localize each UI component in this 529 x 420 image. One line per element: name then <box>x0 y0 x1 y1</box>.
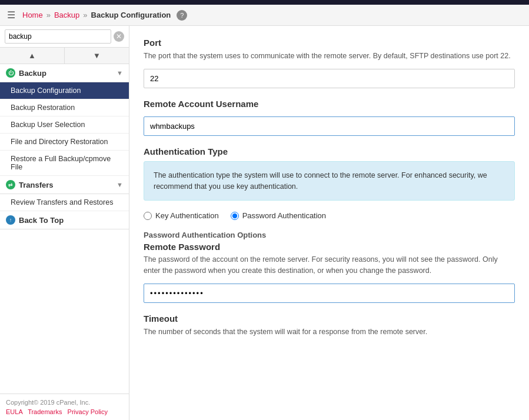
password-auth-radio[interactable] <box>231 212 239 220</box>
port-description: The port that the system uses to communi… <box>144 51 515 62</box>
copyright-text: Copyright© 2019 cPanel, Inc. <box>6 399 123 406</box>
content-area: Port The port that the system uses to co… <box>129 26 529 420</box>
timeout-desc: The number of seconds that the system wi… <box>144 326 515 338</box>
backup-section-label: Backup <box>19 69 114 78</box>
clear-search-button[interactable]: ✕ <box>114 31 124 42</box>
remote-username-input[interactable] <box>144 116 515 136</box>
nav-down-button[interactable]: ▼ <box>65 48 129 64</box>
port-section: Port The port that the system uses to co… <box>144 38 515 99</box>
back-to-top-icon: ↑ <box>6 215 15 225</box>
trademarks-link[interactable]: Trademarks <box>28 408 62 415</box>
breadcrumb-current: Backup Configuration <box>91 11 171 19</box>
timeout-title: Timeout <box>144 314 515 324</box>
breadcrumb-sep2: » <box>83 11 87 19</box>
port-input[interactable] <box>144 69 515 88</box>
breadcrumb-bar: ☰ Home » Backup » Backup Configuration ? <box>0 5 529 26</box>
eula-link[interactable]: EULA <box>6 408 22 415</box>
sidebar-item-backup-user-selection[interactable]: Backup User Selection <box>0 116 129 134</box>
search-input[interactable] <box>5 29 111 44</box>
transfers-section-label: Transfers <box>19 181 114 189</box>
sidebar-item-file-directory-restoration[interactable]: File and Directory Restoration <box>0 134 129 151</box>
sidebar: ✕ ▲ ▼ ⏻ Backup ▼ Backup Configuration Ba… <box>0 26 129 420</box>
remote-username-section: Remote Account Username <box>144 99 515 146</box>
auth-type-section: Authentication Type The authentication t… <box>144 146 515 221</box>
sidebar-item-review-transfers[interactable]: Review Transfers and Restores <box>0 194 129 211</box>
breadcrumb-home[interactable]: Home <box>22 11 43 19</box>
nav-up-button[interactable]: ▲ <box>0 48 65 64</box>
sidebar-item-backup-restoration[interactable]: Backup Restoration <box>0 99 129 116</box>
remote-username-title: Remote Account Username <box>144 99 515 109</box>
timeout-section: Timeout The number of seconds that the s… <box>144 314 515 338</box>
remote-password-title: Remote Password <box>144 242 515 252</box>
sidebar-back-to-top[interactable]: ↑ Back To Top <box>0 211 129 229</box>
help-icon[interactable]: ? <box>177 10 187 21</box>
port-title: Port <box>144 38 515 48</box>
transfers-icon: ⇄ <box>6 180 15 189</box>
breadcrumb-sep1: » <box>46 11 51 19</box>
top-dark-bar <box>0 0 529 5</box>
password-auth-option[interactable]: Password Authentication <box>231 211 326 220</box>
auth-type-info-box: The authentication type the system will … <box>144 161 515 201</box>
sidebar-item-backup-configuration[interactable]: Backup Configuration <box>0 82 129 99</box>
key-auth-radio[interactable] <box>144 212 152 220</box>
sidebar-footer: Copyright© 2019 cPanel, Inc. EULA Tradem… <box>0 394 129 420</box>
auth-type-title: Authentication Type <box>144 146 515 156</box>
password-section-label: Password Authentication Options <box>144 231 515 239</box>
privacy-link[interactable]: Privacy Policy <box>68 408 108 415</box>
backup-power-icon: ⏻ <box>6 68 15 78</box>
remote-password-input[interactable] <box>144 284 515 303</box>
breadcrumb-backup[interactable]: Backup <box>54 11 79 19</box>
backup-section-toggle[interactable]: ▼ <box>117 69 123 76</box>
password-section: Password Authentication Options Remote P… <box>144 231 515 314</box>
sidebar-transfers-section[interactable]: ⇄ Transfers ▼ <box>0 176 129 194</box>
remote-password-desc: The password of the account on the remot… <box>144 254 515 276</box>
transfers-section-toggle[interactable]: ▼ <box>117 181 123 188</box>
menu-icon[interactable]: ☰ <box>7 9 15 21</box>
key-auth-option[interactable]: Key Authentication <box>144 211 219 220</box>
back-to-top-label: Back To Top <box>19 216 123 225</box>
sidebar-item-restore-full-backup[interactable]: Restore a Full Backup/cpmove File <box>0 151 129 176</box>
auth-radio-row: Key Authentication Password Authenticati… <box>144 211 515 220</box>
search-row: ✕ <box>0 26 129 48</box>
nav-arrows: ▲ ▼ <box>0 48 129 64</box>
sidebar-backup-section[interactable]: ⏻ Backup ▼ <box>0 64 129 82</box>
